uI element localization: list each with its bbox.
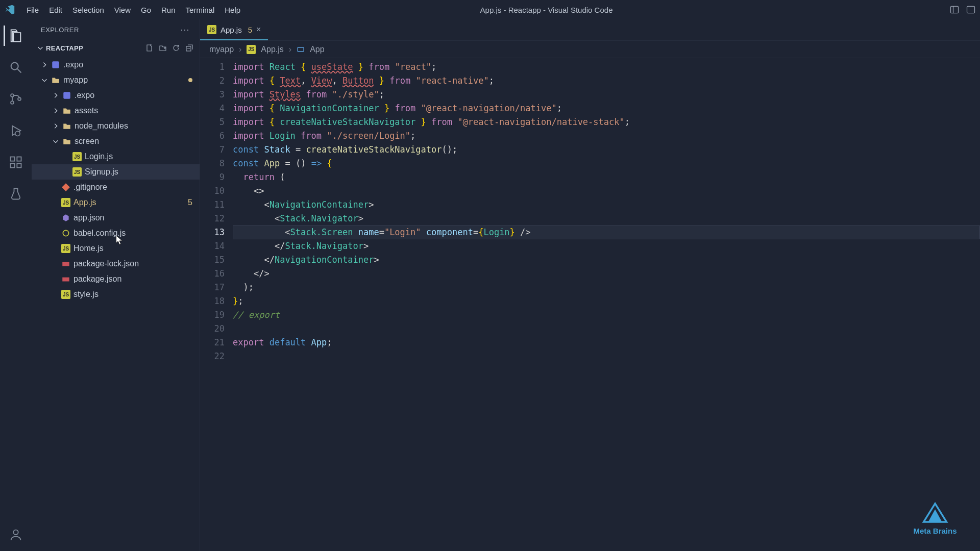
svg-point-6 [11,101,14,104]
folder-icon [62,137,71,146]
svg-rect-0 [951,6,959,13]
menu-file[interactable]: File [21,4,44,16]
editor-group: JS App.js 5 × myapp › JS App.js › App 12… [200,19,980,551]
chevron-right-icon [41,61,48,68]
js-file-icon: JS [247,45,256,54]
file-login-js[interactable]: JSLogin.js [32,149,200,164]
new-file-icon[interactable] [145,44,154,52]
chevron-down-icon [52,138,59,145]
sidebar-title: EXPLORER ⋯ [32,19,200,40]
code-content[interactable]: import React { useState } from "react";i… [233,60,980,551]
npm-icon [61,274,70,284]
file-babel-config-js[interactable]: babel.config.js [32,226,200,241]
breadcrumb-folder[interactable]: myapp [209,45,234,54]
svg-rect-13 [17,157,21,161]
js-file-icon: JS [72,167,82,177]
file-tree: .expomyapp.expoassetsnode_modulesscreenJ… [32,56,200,303]
watermark-logo: Meta Brains [904,499,966,540]
file-package-lock-json[interactable]: package-lock.json [32,256,200,271]
svg-point-18 [63,230,68,236]
project-header[interactable]: REACTAPP [32,40,200,56]
folder-myapp[interactable]: myapp [32,72,200,88]
file-app-js[interactable]: JSApp.js5 [32,195,200,210]
svg-rect-19 [62,262,69,266]
file--gitignore[interactable]: .gitignore [32,180,200,195]
svg-rect-17 [63,92,70,99]
folder--expo[interactable]: .expo [32,57,200,72]
js-file-icon: JS [61,198,70,207]
layout-sidebar-icon[interactable] [949,5,960,15]
npm-icon [61,259,70,268]
chevron-down-icon [41,77,48,84]
menu-view[interactable]: View [109,4,136,16]
svg-line-4 [18,69,21,73]
folder-screen[interactable]: screen [32,134,200,149]
file-home-js[interactable]: JSHome.js [32,241,200,256]
expo-icon [62,91,71,100]
file-signup-js[interactable]: JSSignup.js [32,164,200,180]
menu-edit[interactable]: Edit [44,4,67,16]
folder-icon [62,121,71,131]
breadcrumb[interactable]: myapp › JS App.js › App [200,41,980,58]
svg-rect-16 [52,61,59,68]
tree-item-label: assets [75,106,98,115]
chevron-right-icon [52,122,59,130]
chevron-right-icon [52,107,59,114]
collapse-all-icon[interactable] [185,44,193,52]
svg-rect-10 [11,157,15,161]
layout-panel-icon[interactable] [966,5,976,15]
file-package-json[interactable]: package.json [32,271,200,287]
js-file-icon: JS [207,25,216,34]
tree-item-label: app.json [74,213,105,222]
tree-item-label: App.js [74,198,96,207]
refresh-icon[interactable] [172,44,180,52]
tree-item-label: .expo [75,91,94,100]
run-debug-activity-icon[interactable] [4,118,28,143]
editor-tabs: JS App.js 5 × [200,19,980,41]
folder-icon [51,76,60,85]
appjson-icon [61,213,70,222]
svg-point-5 [11,94,14,97]
chevron-right-icon: › [289,45,291,54]
tree-item-label: babel.config.js [74,229,126,238]
tree-item-label: Home.js [74,244,104,253]
source-control-activity-icon[interactable] [4,87,28,111]
window-title: App.js - Reactapp - Visual Studio Code [146,6,946,14]
explorer-activity-icon[interactable] [4,23,28,48]
close-tab-icon[interactable]: × [256,25,261,34]
svg-point-9 [15,131,20,136]
extensions-activity-icon[interactable] [4,150,28,174]
folder-node-modules[interactable]: node_modules [32,118,200,134]
js-file-icon: JS [61,290,70,299]
vscode-logo-icon [4,4,15,15]
folder--expo[interactable]: .expo [32,88,200,103]
explorer-sidebar: EXPLORER ⋯ REACTAPP .expomyapp.expoasset… [32,19,200,551]
breadcrumb-symbol[interactable]: App [310,45,324,54]
sidebar-more-icon[interactable]: ⋯ [180,24,190,35]
search-activity-icon[interactable] [4,55,28,80]
tree-item-label: .expo [63,60,83,69]
menu-selection[interactable]: Selection [67,4,109,16]
file-app-json[interactable]: app.json [32,210,200,226]
testing-activity-icon[interactable] [4,182,28,206]
symbol-variable-icon [297,45,305,54]
file-style-js[interactable]: JSstyle.js [32,287,200,302]
tab-problem-count: 5 [248,26,252,34]
expo-icon [51,60,60,69]
activity-bar [0,19,32,551]
folder-assets[interactable]: assets [32,103,200,118]
js-file-icon: JS [72,152,82,161]
breadcrumb-file[interactable]: App.js [261,45,283,54]
git-icon [61,183,70,192]
new-folder-icon[interactable] [159,44,167,52]
tree-item-label: style.js [74,290,99,299]
tree-item-label: .gitignore [74,183,107,192]
tree-item-label: Login.js [85,152,113,161]
tab-app-js[interactable]: JS App.js 5 × [200,19,268,40]
svg-rect-12 [17,163,21,167]
svg-rect-20 [62,278,69,282]
tree-item-label: node_modules [75,121,128,131]
chevron-right-icon [52,92,59,99]
accounts-activity-icon[interactable] [4,522,28,547]
config-icon [61,229,70,238]
